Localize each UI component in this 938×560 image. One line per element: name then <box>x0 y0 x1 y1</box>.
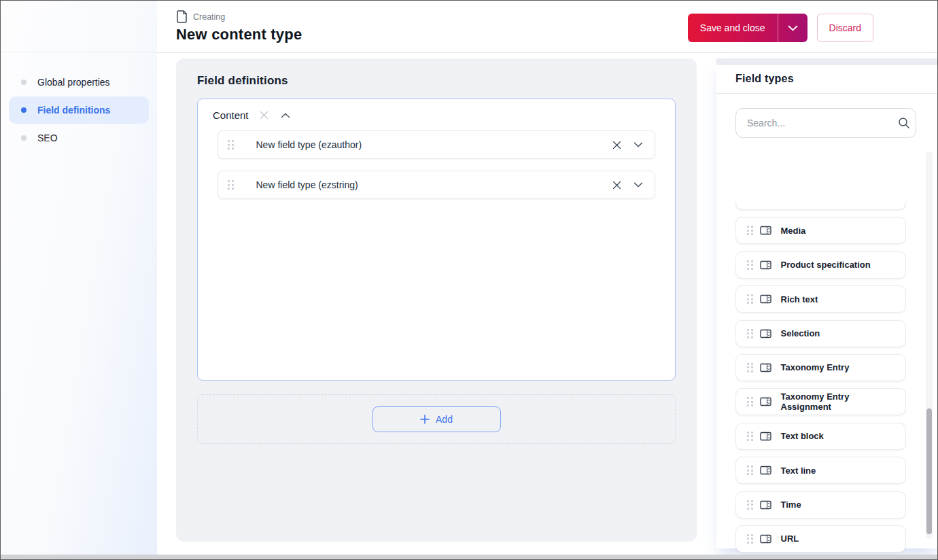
field-input-icon <box>760 260 771 270</box>
field-type-label: Text block <box>781 431 824 441</box>
field-type-label: Text line <box>781 466 816 476</box>
nav-item-label: SEO <box>37 133 58 143</box>
field-definition-label: New field type (ezstring) <box>256 179 612 190</box>
sidebar-nav-item[interactable]: Field definitions <box>9 97 149 124</box>
field-input-icon <box>760 363 771 372</box>
drag-handle-icon[interactable] <box>747 329 753 338</box>
field-type-item[interactable]: Rich text <box>735 285 906 313</box>
field-type-item-partial <box>735 201 906 210</box>
page-title: New content type <box>176 26 302 43</box>
collapse-group-button[interactable] <box>279 111 292 120</box>
nav-item-label: Field definitions <box>37 105 110 116</box>
close-icon <box>260 111 268 120</box>
nav-bullet-icon <box>21 107 27 113</box>
field-type-item[interactable]: URL <box>735 525 906 553</box>
chevron-down-icon <box>633 142 643 147</box>
search-icon[interactable] <box>898 117 910 129</box>
drag-handle-icon[interactable] <box>747 432 753 441</box>
nav-bullet-icon <box>21 80 27 85</box>
field-input-icon <box>760 294 771 304</box>
drag-handle-icon[interactable] <box>747 226 753 235</box>
save-and-close-label: Save and close <box>688 14 778 42</box>
field-type-item[interactable]: Taxonomy Entry Assignment <box>735 388 906 415</box>
field-definition-row[interactable]: New field type (ezauthor) <box>218 130 655 159</box>
sidebar-nav-item[interactable]: SEO <box>9 124 149 152</box>
field-input-icon <box>760 397 771 406</box>
field-input-icon <box>760 500 771 510</box>
remove-field-button[interactable] <box>611 139 623 151</box>
close-icon <box>612 181 621 190</box>
field-types-title: Field types <box>716 65 938 94</box>
field-group-content: Content <box>197 99 676 381</box>
field-row-actions <box>611 139 644 151</box>
header-actions: Save and close Discard <box>688 14 873 42</box>
field-type-label: Taxonomy Entry <box>781 362 850 372</box>
sidebar-top-spacer <box>1 1 157 52</box>
field-input-icon <box>760 534 771 544</box>
field-group-title: Content <box>213 109 249 121</box>
field-types-panel: Field types <box>716 58 938 548</box>
sidebar-nav-item[interactable]: Global properties <box>9 69 149 96</box>
remove-field-button[interactable] <box>611 179 623 191</box>
field-type-item[interactable]: Taxonomy Entry <box>735 354 906 381</box>
field-type-item[interactable]: Media <box>735 217 906 244</box>
field-definition-list: New field type (ezauthor) <box>198 129 675 199</box>
chevron-up-icon <box>281 113 290 118</box>
add-field-button[interactable]: Add <box>372 406 501 432</box>
page-header: Creating New content type Save and close… <box>157 1 938 53</box>
field-input-icon <box>760 226 771 235</box>
field-type-label: Media <box>781 226 806 236</box>
chevron-down-icon <box>788 25 798 31</box>
field-types-search <box>735 108 920 138</box>
field-type-label: Selection <box>781 328 820 338</box>
nav-bullet-icon <box>21 135 27 141</box>
drag-handle-icon[interactable] <box>747 260 753 270</box>
expand-field-button[interactable] <box>632 141 644 149</box>
field-type-label: Product specification <box>781 260 871 270</box>
overline-label: Creating <box>193 12 225 22</box>
field-definition-label: New field type (ezauthor) <box>256 139 612 150</box>
field-type-item[interactable]: Text line <box>735 457 906 484</box>
bottom-scrollbar-track <box>1 555 938 559</box>
field-type-item[interactable]: Selection <box>735 320 906 347</box>
close-icon <box>612 141 621 150</box>
field-row-actions <box>611 179 644 191</box>
drag-handle-icon[interactable] <box>747 397 753 406</box>
field-type-label: URL <box>781 533 799 544</box>
field-definition-row[interactable]: New field type (ezstring) <box>218 171 655 199</box>
drag-handle-icon[interactable] <box>747 466 753 475</box>
content-type-editor-page: Global properties Field definitions SEO <box>1 1 937 559</box>
field-definitions-panel: Field definitions Content <box>176 58 697 542</box>
panel-top-strip <box>716 58 938 65</box>
field-type-item[interactable]: Text block <box>735 423 906 450</box>
save-options-dropdown[interactable] <box>778 14 807 42</box>
nav-item-label: Global properties <box>37 77 110 88</box>
header-title-block: Creating New content type <box>176 10 302 43</box>
remove-group-button[interactable] <box>258 109 270 121</box>
scrollbar-thumb[interactable] <box>926 408 932 534</box>
save-and-close-button[interactable]: Save and close <box>688 14 807 42</box>
search-input[interactable] <box>735 108 916 138</box>
discard-button[interactable]: Discard <box>817 14 873 42</box>
drag-handle-icon[interactable] <box>747 363 753 372</box>
expand-field-button[interactable] <box>632 181 644 189</box>
document-icon <box>176 10 188 23</box>
field-group-header: Content <box>198 99 675 129</box>
left-sidebar: Global properties Field definitions SEO <box>1 1 157 556</box>
drag-handle-icon[interactable] <box>747 500 753 510</box>
drag-handle-icon[interactable] <box>747 534 753 544</box>
add-button-label: Add <box>436 414 453 425</box>
field-input-icon <box>760 329 771 338</box>
field-type-item[interactable]: Time <box>735 491 906 519</box>
field-input-icon <box>760 466 771 475</box>
plus-icon <box>420 415 430 424</box>
field-types-scrollbar[interactable] <box>926 152 933 539</box>
creating-overline: Creating <box>176 10 302 23</box>
drag-handle-icon[interactable] <box>228 180 234 190</box>
field-type-item[interactable]: Product specification <box>735 251 906 279</box>
field-type-label: Time <box>781 500 801 510</box>
drag-handle-icon[interactable] <box>228 140 234 150</box>
drag-handle-icon[interactable] <box>747 294 753 304</box>
field-input-icon <box>760 432 771 441</box>
field-types-list: Media Pro <box>735 201 906 560</box>
